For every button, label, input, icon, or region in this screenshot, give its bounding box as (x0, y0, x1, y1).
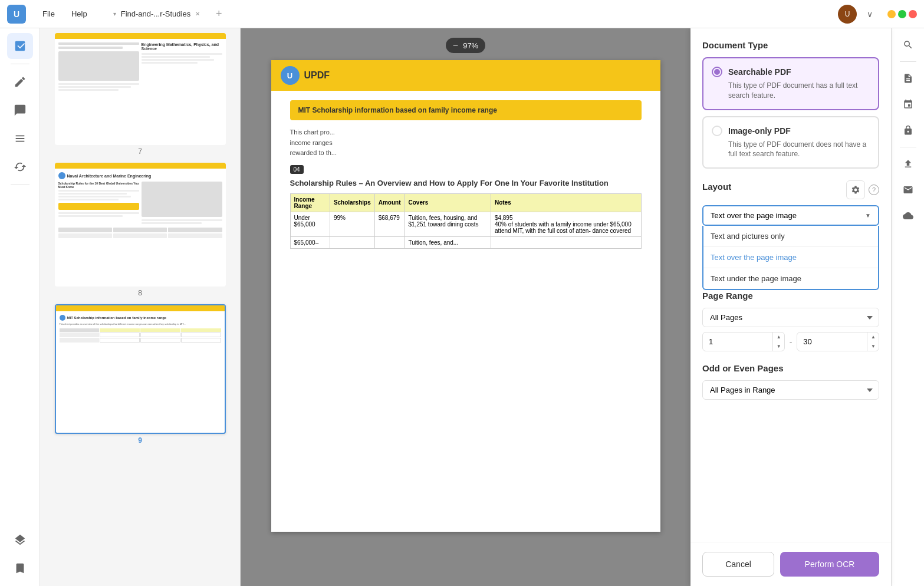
perform-ocr-button[interactable]: Perform OCR (780, 552, 879, 577)
convert-tool[interactable] (7, 154, 33, 180)
range-end-wrap: ▲ ▼ (797, 332, 879, 351)
searchable-pdf-label: Searchable PDF (728, 67, 791, 77)
odd-even-title: Odd or Even Pages (702, 363, 879, 373)
stamp-tool[interactable] (896, 93, 920, 116)
menu-file[interactable]: File (35, 7, 62, 21)
col-income-range: Income Range (290, 193, 330, 212)
active-tab[interactable]: ▾ Find-and-...r-Studies ✕ (104, 6, 210, 22)
range-end-up[interactable]: ▲ (867, 332, 879, 342)
gear-btn[interactable] (846, 180, 865, 199)
layout-option-text-over[interactable]: Text over the page image (703, 247, 878, 268)
right-sep-2 (900, 147, 916, 147)
page-title: Scholarship Rules – An Overview and How … (290, 179, 642, 187)
ocr-dialog: Document Type Searchable PDF This type o… (690, 28, 891, 586)
content-area: − 97% U UPDF MIT Scholarship information… (241, 28, 690, 586)
tab-bar: ▾ Find-and-...r-Studies ✕ + (104, 6, 226, 22)
reader-tool[interactable] (7, 33, 33, 59)
income-table: Income Range Scholarships Amount Covers … (290, 193, 642, 249)
right-action-bar (891, 28, 924, 586)
col-notes: Notes (491, 193, 641, 212)
thumb-img-9: MIT Scholarship information based on fam… (55, 304, 226, 434)
doc-type-title: Document Type (702, 40, 879, 50)
maximize-btn[interactable] (898, 10, 906, 18)
row1-pct: 99% (330, 212, 374, 236)
searchable-pdf-card[interactable]: Searchable PDF This type of PDF document… (702, 57, 879, 110)
tool-sep-1 (11, 64, 29, 64)
col-scholarships: Scholarships (330, 193, 374, 212)
lock-tool[interactable] (896, 118, 920, 142)
row1-income: Under $65,000 (290, 212, 330, 236)
page-range-select[interactable]: All Pages Custom Range (702, 308, 879, 327)
image-only-pdf-card[interactable]: Image-only PDF This type of PDF document… (702, 116, 879, 169)
share-tool[interactable] (896, 152, 920, 176)
organize-tool[interactable] (7, 126, 33, 152)
dialog-footer: Cancel Perform OCR (690, 542, 891, 586)
layout-option-text-pictures[interactable]: Text and pictures only (703, 226, 878, 247)
search-tool[interactable] (896, 33, 920, 57)
zoom-out-btn[interactable]: − (453, 40, 458, 51)
zoom-value: 97% (463, 41, 478, 50)
layout-dropdown-container: Text over the page image ▼ Text and pict… (702, 205, 879, 226)
collapse-btn[interactable]: ∨ (861, 6, 878, 22)
thumbnail-7[interactable]: Engineering Mathematics, Physics, and Sc… (45, 33, 235, 156)
help-icon[interactable]: ? (869, 185, 879, 195)
row2-income: $65,000– (290, 236, 330, 248)
thumb-number-8: 8 (138, 289, 142, 297)
row2-note (491, 236, 641, 248)
page-range-title: Page Range (702, 291, 879, 301)
tab-dropdown-arrow[interactable]: ▾ (113, 11, 116, 17)
layout-dropdown-arrow: ▼ (865, 212, 871, 219)
main-layout: Engineering Mathematics, Physics, and Sc… (0, 28, 924, 586)
col-costs: Covers (405, 193, 491, 212)
row2-costs: Tuition, fees, and... (405, 236, 491, 248)
minimize-btn[interactable] (887, 10, 896, 18)
zoom-bar: − 97% (446, 38, 485, 53)
close-btn[interactable] (909, 10, 917, 18)
searchable-pdf-radio (712, 67, 722, 77)
thumbnail-8[interactable]: Naval Architecture and Marine Engineerin… (45, 163, 235, 297)
searchable-pdf-desc: This type of PDF document has a full tex… (712, 81, 870, 101)
layers-tool[interactable] (7, 527, 33, 553)
image-only-radio (712, 126, 722, 136)
thumb-img-7: Engineering Mathematics, Physics, and Sc… (55, 33, 226, 145)
page-logo-text: UPDF (304, 70, 330, 81)
layout-option-text-under[interactable]: Text under the page image (703, 268, 878, 289)
page-mit-header: MIT Scholarship information based on fam… (290, 100, 642, 120)
tab-add-btn[interactable]: + (212, 7, 226, 21)
page-content-text: This chart pro... income ranges rewarded… (290, 127, 642, 159)
app-logo-icon: U (7, 5, 26, 24)
mail-tool[interactable] (896, 178, 920, 202)
page-view: U UPDF MIT Scholarship information based… (271, 60, 660, 532)
cloud-tool[interactable] (896, 204, 920, 228)
comment-tool[interactable] (7, 97, 33, 123)
ocr-tool[interactable] (896, 67, 920, 90)
range-end-down[interactable]: ▼ (867, 342, 879, 352)
edit-tool[interactable] (7, 69, 33, 95)
thumbnail-9[interactable]: MIT Scholarship information based on fam… (45, 304, 235, 445)
page-text-line1: This chart pro... (290, 129, 335, 136)
cancel-button[interactable]: Cancel (702, 552, 774, 577)
bookmark-tool[interactable] (7, 555, 33, 581)
searchable-pdf-radio-dot (714, 69, 720, 75)
row2-amt (374, 236, 405, 248)
range-dash: - (790, 337, 793, 347)
tab-close-btn[interactable]: ✕ (195, 11, 200, 17)
tab-label: Find-and-...r-Studies (121, 9, 191, 18)
window-controls (887, 10, 917, 18)
thumbnail-panel: Engineering Mathematics, Physics, and Sc… (40, 28, 241, 586)
layout-selected-value: Text over the page image (711, 211, 797, 220)
range-inputs: ▲ ▼ - ▲ ▼ (702, 332, 879, 351)
range-start-down[interactable]: ▼ (773, 342, 785, 352)
page-text-line3: rewarded to th... (290, 149, 337, 156)
layout-select-trigger[interactable]: Text over the page image ▼ (702, 205, 879, 226)
layout-header: Layout ? (702, 180, 879, 199)
range-start-up[interactable]: ▲ (773, 332, 785, 342)
layout-title: Layout (702, 182, 731, 192)
searchable-pdf-header: Searchable PDF (712, 67, 870, 77)
image-only-label: Image-only PDF (728, 126, 791, 136)
menu-help[interactable]: Help (64, 7, 94, 21)
thumb-number-7: 7 (138, 147, 142, 156)
page-logo-circle: U (281, 66, 300, 85)
odd-even-select[interactable]: All Pages in Range Odd Pages Only Even P… (702, 380, 879, 400)
title-bar: U File Help ▾ Find-and-...r-Studies ✕ + … (0, 0, 924, 28)
